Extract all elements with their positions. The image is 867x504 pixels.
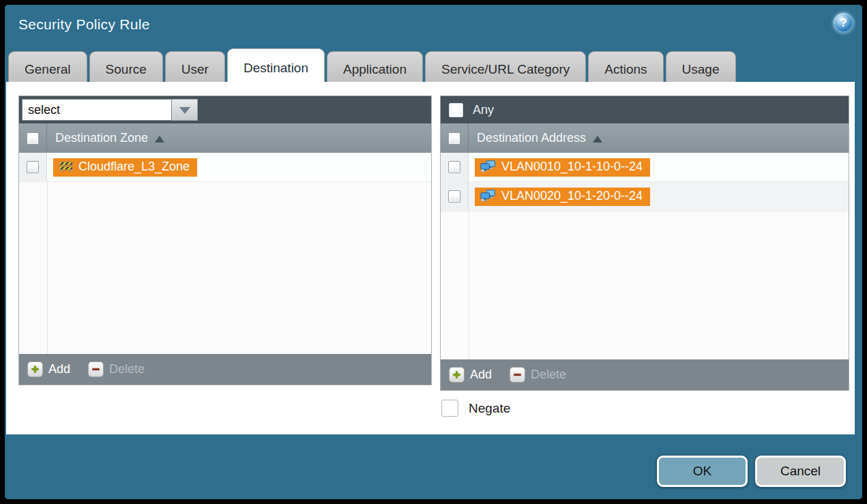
- address-column-label[interactable]: Destination Address: [477, 131, 586, 145]
- destination-tab-content: Destination Zone: [6, 82, 855, 434]
- zone-icon: [59, 161, 73, 172]
- network-icon: [480, 160, 496, 173]
- any-checkbox[interactable]: [449, 103, 463, 117]
- zone-select-input[interactable]: [22, 99, 172, 121]
- tab-destination[interactable]: Destination: [227, 48, 325, 87]
- address-entry-chip[interactable]: VLAN0010_10-1-10-0--24: [475, 158, 650, 177]
- add-button-label: Add: [470, 368, 492, 382]
- add-button-label: Add: [48, 362, 70, 376]
- address-panel-toolbar: Add Delete: [441, 359, 849, 390]
- zone-panel-topbar: [19, 96, 431, 123]
- negate-label: Negate: [469, 401, 510, 416]
- zone-entry-label: Cloudflare_L3_Zone: [78, 160, 190, 174]
- zone-row-checkbox[interactable]: [27, 161, 39, 173]
- minus-icon: [510, 367, 525, 383]
- dialog-title: Security Policy Rule: [18, 16, 150, 33]
- delete-button-label: Delete: [531, 368, 566, 382]
- plus-icon: [449, 367, 465, 383]
- dialog-action-buttons: OK Cancel: [657, 456, 846, 487]
- negate-option: Negate: [441, 400, 510, 417]
- address-entry-label: VLAN0010_10-1-10-0--24: [501, 160, 643, 174]
- zone-select-combo: [22, 99, 198, 121]
- any-label: Any: [473, 103, 494, 117]
- sort-ascending-icon[interactable]: [155, 136, 164, 143]
- table-row[interactable]: VLAN0020_10-1-20-0--24: [441, 182, 849, 211]
- ok-button[interactable]: OK: [657, 456, 748, 487]
- add-button[interactable]: Add: [449, 367, 492, 383]
- address-row-checkbox[interactable]: [448, 190, 460, 203]
- plus-icon: [27, 361, 43, 377]
- zone-column-header: Destination Zone: [19, 123, 431, 153]
- zone-entry-chip[interactable]: Cloudflare_L3_Zone: [53, 158, 197, 177]
- destination-zone-panel: Destination Zone: [18, 95, 432, 385]
- delete-button[interactable]: Delete: [88, 361, 145, 377]
- add-button[interactable]: Add: [27, 361, 70, 377]
- zone-select-dropdown-button[interactable]: [172, 99, 198, 121]
- address-column-header: Destination Address: [441, 123, 849, 153]
- address-row-checkbox[interactable]: [448, 161, 460, 173]
- zone-list: Cloudflare_L3_Zone: [19, 153, 431, 354]
- delete-button[interactable]: Delete: [510, 367, 566, 383]
- minus-icon: [88, 361, 104, 377]
- address-list: VLAN0010_10-1-10-0--24: [441, 153, 849, 359]
- address-entry-label: VLAN0020_10-1-20-0--24: [501, 189, 643, 203]
- negate-checkbox[interactable]: [441, 400, 458, 417]
- zone-select-all-checkbox[interactable]: [27, 132, 39, 145]
- network-icon: [480, 190, 496, 202]
- sort-ascending-icon[interactable]: [593, 136, 602, 143]
- address-panel-topbar: Any: [441, 96, 849, 123]
- destination-address-panel: Any Destination Address: [440, 95, 849, 391]
- cancel-button[interactable]: Cancel: [755, 456, 846, 487]
- security-policy-rule-dialog: Security Policy Rule ? General Source Us…: [5, 5, 862, 499]
- table-row[interactable]: Cloudflare_L3_Zone: [19, 153, 431, 182]
- zone-column-label[interactable]: Destination Zone: [55, 131, 148, 145]
- chevron-down-icon: [179, 107, 190, 119]
- zone-panel-toolbar: Add Delete: [19, 354, 431, 385]
- tab-bar: General Source User Destination Applicat…: [8, 46, 736, 87]
- address-select-all-checkbox[interactable]: [448, 132, 460, 145]
- table-row[interactable]: VLAN0010_10-1-10-0--24: [441, 153, 849, 182]
- help-icon[interactable]: ?: [834, 13, 853, 33]
- address-entry-chip[interactable]: VLAN0020_10-1-20-0--24: [475, 188, 650, 206]
- delete-button-label: Delete: [109, 362, 145, 376]
